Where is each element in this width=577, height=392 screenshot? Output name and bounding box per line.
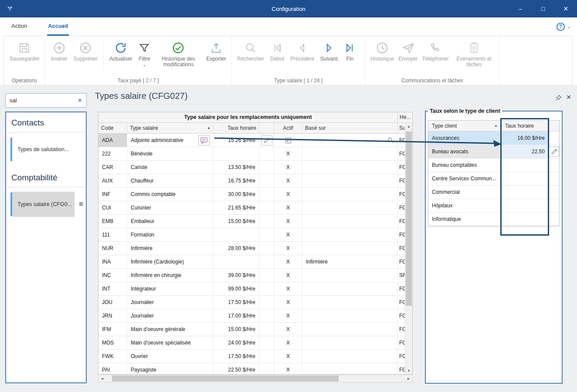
table-row[interactable]: 111FormationXFO [98,228,406,242]
cell-type-salaire: Infirmière (Cardiologie) [127,255,214,268]
cell-base-sur [302,350,398,363]
cell-actif: X [274,242,302,255]
maximize-button[interactable]: □ [532,0,554,17]
edit-pencil-icon[interactable] [261,135,272,145]
table-row[interactable]: INCInfirmière en chirurgie39.00 $/HreXSF [98,269,406,282]
scroll-up-icon[interactable]: ▲ [405,123,412,130]
cell-actif: X [274,336,302,349]
edit-pencil-icon[interactable] [549,146,559,157]
minimize-button[interactable]: – [509,0,532,17]
ribbon-button-events[interactable]: Événements et tâches [451,39,497,68]
client-table-row[interactable]: Assurances16.00 $/Hre [428,132,559,145]
cell-code: IFM [98,323,127,336]
table-row[interactable]: 222BénévoleXFO [98,147,406,161]
client-table-row[interactable]: Informatique [428,213,559,226]
client-table-row[interactable]: Centre Services Commun... [428,172,559,186]
cell-type-salaire: Adjointe administrative [127,134,214,147]
table-row[interactable]: INFCommis comptable30.00 $/HreXFO [98,188,406,201]
column-header-icons[interactable] [259,123,274,133]
table-row[interactable]: ADAAdjointe administrative15.26 $/Hre✓FO [98,134,406,147]
clear-search-icon[interactable]: ✕ [78,97,82,104]
scroll-left-icon[interactable]: ◄ [98,375,106,382]
ribbon-button-send[interactable]: Envoyer [396,39,420,62]
vertical-scrollbar[interactable]: ▲ ▼ [405,123,412,374]
cell-type-salaire: Cuisinier [127,201,214,214]
table-row[interactable]: AUXChauffeur16.75 $/HreXFO [98,174,406,188]
ribbon-button-export[interactable]: Exporter [203,39,229,62]
column-header-taux-horaire[interactable]: Taux horaire [502,121,549,131]
sidebar-search[interactable]: sal ✕ [5,93,87,108]
table-row[interactable]: EMBEmballeur15.00 $/HreXFO [98,215,406,228]
scroll-down-icon[interactable]: ▼ [405,367,412,374]
table-row[interactable]: MOSMain d'oeuvre spécialisée24.00 $/HreX… [98,336,406,350]
scrollbar-track[interactable] [106,375,405,382]
ribbon-button-save[interactable]: Sauvegarder [7,39,43,62]
client-table-row[interactable]: Hôpitaux [428,199,559,213]
ribbon-button-refresh[interactable]: Actualiser [106,39,136,62]
tab-accueil[interactable]: Accueil [47,17,69,36]
table-row[interactable]: JRNJournalier17.00 $/HreXFO [98,309,406,323]
sidebar-item[interactable]: Types de salutation... [10,137,86,162]
hamburger-icon[interactable]: ≡ [76,192,86,217]
cell-taux-horaire [502,186,549,199]
comment-icon[interactable] [198,135,210,145]
ribbon-button-nav-first[interactable]: Début [267,39,287,62]
horizontal-scrollbar[interactable]: ◄ ► [98,375,413,382]
column-header-Code[interactable]: Code [98,123,127,133]
cell-edit [549,213,559,226]
ribbon-button-history[interactable]: Historique [368,39,396,62]
ribbon-button-nav-next[interactable]: Suivant [317,39,341,62]
ribbon-button-nav-previous[interactable]: Précédent [287,39,317,62]
search-input[interactable]: sal [10,97,78,104]
ribbon-button-delete[interactable]: Supprimer [70,39,100,62]
table-row[interactable]: IFMMain d'oeuvre générale15.00 $/HreXFO [98,323,406,336]
cell-code: PAI [98,363,127,374]
nav-next-icon [323,40,335,56]
pin-icon[interactable] [555,95,562,102]
table-row[interactable]: CUICuisinier21.65 $/HreXFO [98,201,406,215]
scrollbar-thumb[interactable] [112,375,339,382]
ribbon-button-label: Filtre [139,56,150,62]
table-column-header-row: CodeType salaire▲Taux horaireActifBasé s… [98,123,406,134]
table-row[interactable]: PAIPaysagiste22.50 $/HreXFO [98,363,406,374]
column-header-Taux horaire[interactable]: Taux horaire [214,123,259,133]
help-icon[interactable]: ? [557,23,565,31]
client-table-row[interactable]: Bureau comptables [428,159,559,172]
cell-text: Infirmière [306,255,328,268]
column-header-Actif[interactable]: Actif [274,123,302,133]
table-row[interactable]: NURInfirmière28.00 $/HreXFO [98,242,406,255]
close-button[interactable]: ✕ [554,0,577,17]
ribbon-button-history-check[interactable]: Historique des modifications [153,39,203,68]
ribbon-button-phone[interactable]: Téléphoner [420,39,451,62]
table-row[interactable]: INAInfirmière (Cardiologie)XInfirmièreFO [98,255,406,269]
table-row[interactable]: CARCariste13.50 $/HreXFO [98,161,406,174]
client-table-row[interactable]: Bureau avocats22.50 [428,145,559,159]
checkbox-checked-icon[interactable]: ✓ [285,138,291,143]
scroll-right-icon[interactable]: ► [405,375,412,382]
ribbon-button-filter[interactable]: Filtre⌄ [135,39,153,67]
chevron-down-icon[interactable]: ⌄ [567,24,571,30]
table-group-header: Type salaire pour les remplacements uniq… [98,112,398,122]
column-header-Type salaire[interactable]: Type salaire▲ [127,123,214,133]
ribbon-button-nav-last[interactable]: Fin [341,39,359,62]
ribbon-button-insert[interactable]: Insérer [48,39,70,62]
cell-taux-horaire: 16.00 $/Hre [502,132,549,145]
scrollbar-thumb[interactable] [406,132,412,306]
column-header-Basé sur[interactable]: Basé sur [302,123,398,133]
panel-close-icon[interactable]: ✕ [566,94,571,101]
lookup-magnifier-icon[interactable] [387,137,394,144]
ribbon-button-search[interactable]: Rechercher [234,39,267,62]
cell-taux-horaire [502,199,549,212]
ribbon-group-label: Communications et tâches [366,78,499,84]
sidebar-item[interactable]: Types salaire (CFG0...≡ [10,192,86,217]
client-table-row[interactable]: Commercial [428,186,559,199]
table-row[interactable]: FWKOuvrier17.50 $/HreXFO [98,350,406,363]
table-row[interactable]: JOUJournalier17.50 $/HreXFO [98,296,406,309]
tab-action[interactable]: Action [10,17,28,36]
cell-base-sur [302,228,398,241]
table-row[interactable]: INTIntégrateur99.00 $/HreXFO [98,282,406,296]
cell-actif: X [274,201,302,214]
refresh-icon [114,40,127,56]
column-header-type-client[interactable]: Type client▲ [428,121,502,131]
cell-code: AUX [98,174,127,187]
